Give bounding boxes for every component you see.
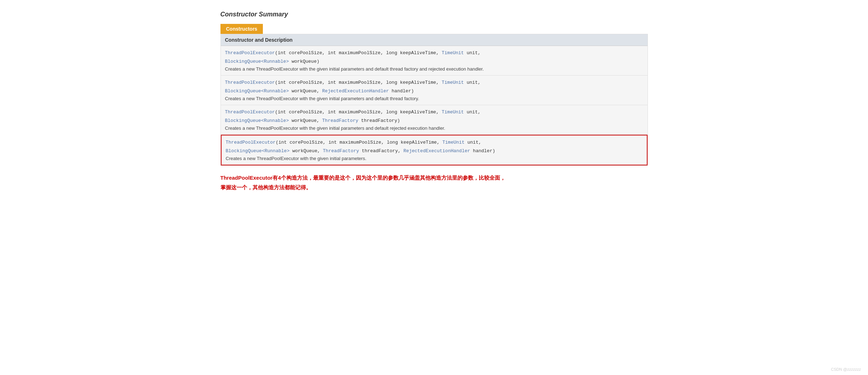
rejectedexecutionhandler-link-2[interactable]: RejectedExecutionHandler [322,88,389,94]
code-line-1b: BlockingQueue<Runnable> workQueue) [225,58,643,65]
table-row: ThreadPoolExecutor(int corePoolSize, int… [221,46,648,76]
blockingqueue-link-4[interactable]: BlockingQueue<Runnable> [226,148,290,154]
table-row: ThreadPoolExecutor(int corePoolSize, int… [221,76,648,105]
constructors-tab[interactable]: Constructors [220,24,263,34]
desc-3: Creates a new ThreadPoolExecutor with th… [225,125,643,131]
method-name-2: ThreadPoolExecutor [225,80,275,85]
note-text: ThreadPoolExecutor有4个构造方法，最重要的是这个，因为这个里的… [220,173,648,192]
table-row-highlighted: ThreadPoolExecutor(int corePoolSize, int… [221,135,648,165]
desc-4: Creates a new ThreadPoolExecutor with th… [226,156,643,161]
code-line-4b: BlockingQueue<Runnable> workQueue, Threa… [226,148,643,155]
blockingqueue-link-3[interactable]: BlockingQueue<Runnable> [225,118,289,123]
blockingqueue-link-2[interactable]: BlockingQueue<Runnable> [225,88,289,94]
timeunit-link-3[interactable]: TimeUnit [442,109,464,115]
threadfactory-link-4[interactable]: ThreadFactory [323,148,359,154]
code-line-2: ThreadPoolExecutor(int corePoolSize, int… [225,79,643,86]
code-line-3b: BlockingQueue<Runnable> workQueue, Threa… [225,117,643,124]
constructors-table: Constructor and Description ThreadPoolEx… [220,34,648,166]
timeunit-link-4[interactable]: TimeUnit [442,140,464,145]
code-line-3: ThreadPoolExecutor(int corePoolSize, int… [225,109,643,116]
timeunit-link-2[interactable]: TimeUnit [442,80,464,85]
timeunit-link-1[interactable]: TimeUnit [442,50,464,56]
desc-2: Creates a new ThreadPoolExecutor with th… [225,96,643,101]
section-title: Constructor Summary [220,11,648,18]
code-line-4: ThreadPoolExecutor(int corePoolSize, int… [226,139,643,146]
method-name-1: ThreadPoolExecutor [225,50,275,56]
page-container: Constructor Summary Constructors Constru… [220,11,648,192]
table-row: ThreadPoolExecutor(int corePoolSize, int… [221,105,648,135]
blockingqueue-link-1[interactable]: BlockingQueue<Runnable> [225,59,289,64]
threadfactory-link-3[interactable]: ThreadFactory [322,118,358,123]
method-name-4: ThreadPoolExecutor [226,140,276,145]
method-name-3: ThreadPoolExecutor [225,109,275,115]
code-line-2b: BlockingQueue<Runnable> workQueue, Rejec… [225,88,643,95]
tab-row: Constructors [220,24,648,34]
code-line-1: ThreadPoolExecutor(int corePoolSize, int… [225,50,643,57]
table-header: Constructor and Description [221,34,648,46]
rejectedexecutionhandler-link-4[interactable]: RejectedExecutionHandler [404,148,470,154]
desc-1: Creates a new ThreadPoolExecutor with th… [225,66,643,72]
